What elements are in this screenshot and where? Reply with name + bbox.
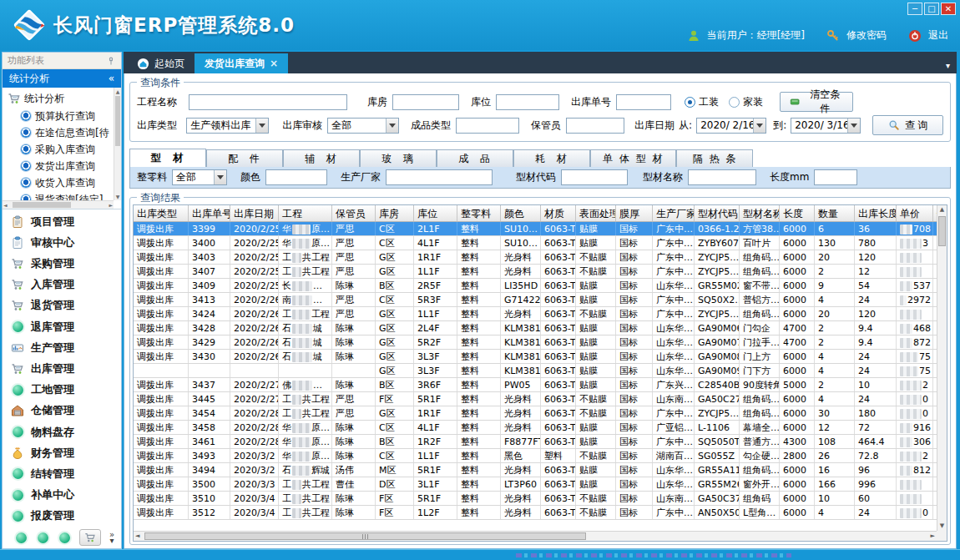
tree-item[interactable]: 收货入库查询 <box>8 174 114 191</box>
tree-item[interactable]: 预算执行查询 <box>8 108 114 124</box>
maker-input[interactable] <box>386 169 493 185</box>
radio-workwear[interactable] <box>685 97 695 108</box>
search-button[interactable]: 查 询 <box>872 115 943 135</box>
collapse-icon[interactable]: « <box>109 73 114 84</box>
tree-root-statistics[interactable]: 统计分析 <box>8 89 114 108</box>
tab-close-icon[interactable]: × <box>270 58 278 69</box>
table-row[interactable]: 调拨出库34582020/2/28华原…陈琳C区4L1F整料光身料6063-T5… <box>134 421 937 435</box>
column-header[interactable]: 库房 <box>376 205 414 221</box>
table-row[interactable]: 调拨出库34302020/2/26石城陈琳G区3L3F整料KLM38176063… <box>134 350 937 364</box>
tab-shipping-outbound-query[interactable]: 发货出库查询 × <box>195 53 288 73</box>
material-tab-5[interactable]: 成 品 <box>437 149 513 167</box>
tab-overflow-icon[interactable]: ▾ <box>946 61 957 73</box>
material-tab-8[interactable]: 隔 热 条 <box>676 149 753 167</box>
material-tab-1[interactable]: 型 材 <box>129 149 206 167</box>
column-header[interactable]: 出库类型 <box>134 205 189 221</box>
date-to-picker[interactable]: 2020/ 3/16 <box>791 118 861 134</box>
cart-shortcut-button[interactable] <box>79 529 101 546</box>
table-row[interactable]: 调拨出库34932020/3/2华原…陈琳C区1L1F整料黑色塑料不贴膜国标湖南… <box>134 449 937 463</box>
column-header[interactable]: 膜厚 <box>616 205 653 221</box>
column-header[interactable]: 保管员 <box>332 205 376 221</box>
sidebar-item-出库管理[interactable]: 出库管理 <box>3 359 121 380</box>
sidebar-item-报废管理[interactable]: 报废管理 <box>3 506 121 527</box>
close-button[interactable]: ✕ <box>941 3 956 15</box>
order-no-input[interactable] <box>616 94 671 110</box>
sidebar-item-采购管理[interactable]: 采购管理 <box>3 254 121 275</box>
audit-combo[interactable]: 全部 <box>327 118 399 134</box>
tree-item[interactable]: 发货出库查询 <box>8 158 114 174</box>
keeper-input[interactable] <box>566 118 624 134</box>
project-name-input[interactable] <box>189 94 347 110</box>
column-header[interactable]: 型材名称 <box>740 205 780 221</box>
profile-code-input[interactable] <box>561 169 628 185</box>
location-input[interactable] <box>496 94 559 110</box>
table-row[interactable]: 调拨出库34072020/2/25工共工程严思G区1L1F整料光身料6063-T… <box>134 265 937 279</box>
table-row[interactable]: 调拨出库34292020/2/26石城陈琳G区5R2F整料KLM38176063… <box>134 335 937 350</box>
sidebar-item-审核中心[interactable]: 审核中心 <box>3 232 121 253</box>
table-row[interactable]: 调拨出库34132020/2/26南…严思C区5R3F整料G714226063-… <box>134 293 937 307</box>
column-header[interactable]: 颜色 <box>501 205 541 221</box>
column-header[interactable]: 出库日期 <box>230 205 279 221</box>
column-header[interactable]: 数量 <box>815 205 855 221</box>
table-row[interactable]: 调拨出库34032020/2/25工共工程严思G区1R1F整料光身料6063-T… <box>134 250 937 265</box>
table-row[interactable]: 调拨出库35122020/3/4工共工程陈琳F区1L2F整料光身料6063-T5… <box>134 506 937 520</box>
pin-icon[interactable] <box>106 56 116 66</box>
sidebar-item-入库管理[interactable]: 入库管理 <box>3 275 121 295</box>
profile-name-input[interactable] <box>688 169 756 185</box>
column-header[interactable]: 长度 <box>780 205 815 221</box>
sidebar-item-退货管理[interactable]: 退货管理 <box>3 295 121 316</box>
section-header-statistics[interactable]: 统计分析 « <box>3 69 121 88</box>
column-header[interactable]: 出库长度 <box>855 205 897 221</box>
table-row[interactable]: 调拨出库34002020/2/25华原…严思C区4L1F整料SU10…6063-… <box>134 236 937 250</box>
date-from-picker[interactable]: 2020/ 2/16 <box>696 118 766 134</box>
sidebar-item-补单中心[interactable]: 补单中心 <box>3 485 121 506</box>
more-menus-button[interactable]: »▾ <box>109 532 114 543</box>
sidebar-item-生产管理[interactable]: 生产管理 <box>3 337 121 358</box>
sidebar-item-工地管理[interactable]: 工地管理 <box>3 380 121 401</box>
product-type-input[interactable] <box>456 118 519 134</box>
tree-vertical-scrollbar[interactable]: ▲▼ <box>114 88 121 200</box>
table-horizontal-scrollbar[interactable]: ◄ ► <box>134 531 937 541</box>
radio-home-decoration[interactable] <box>729 97 740 108</box>
color-input[interactable] <box>265 169 327 185</box>
warehouse-input[interactable] <box>392 94 459 110</box>
table-row[interactable]: 调拨出库34092020/2/25长…陈琳B区2R5F整料LI35HD6063-… <box>134 279 937 293</box>
dot-icon[interactable] <box>16 532 27 543</box>
sidebar-item-财务管理[interactable]: 财务管理 <box>3 442 121 463</box>
tree-item[interactable]: 在途信息查询[待 <box>8 124 114 141</box>
table-row[interactable]: 调拨出库34242020/2/26工工程严思G区1L1F整料光身料6063-T5… <box>134 307 937 321</box>
material-tab-2[interactable]: 配 件 <box>206 149 283 167</box>
table-row[interactable]: 调拨出库34612020/2/28华原…陈琳B区1R2F整料F8877FT606… <box>134 435 937 449</box>
material-tab-6[interactable]: 耗 材 <box>513 149 590 167</box>
column-header[interactable]: 出库单号 <box>189 205 230 221</box>
table-row[interactable]: 调拨出库35002020/3/3工共工程曹佳D区3L1F整料LT3P606063… <box>134 477 937 492</box>
table-row[interactable]: 调拨出库35102020/3/4工共工程陈琳F区5R1F整料光身料6063-T5… <box>134 492 937 506</box>
table-row[interactable]: 调拨出库34452020/2/27工共工程严思F区5R1F整料光身料6063-T… <box>134 392 937 406</box>
sidebar-item-项目管理[interactable]: 项目管理 <box>3 211 121 232</box>
column-header[interactable]: 材质 <box>541 205 576 221</box>
column-header[interactable]: 表面处理 <box>576 205 616 221</box>
dot-icon[interactable] <box>59 532 70 543</box>
table-row[interactable]: 调拨出库34372020/2/27佛…陈琳B区3R6F整料PW056063-T5… <box>134 378 937 392</box>
table-vertical-scrollbar[interactable]: ▲▼ <box>937 205 947 531</box>
clear-conditions-button[interactable]: 清空条件 <box>780 92 853 112</box>
sidebar-item-仓储管理[interactable]: 仓储管理 <box>3 401 121 421</box>
material-tab-7[interactable]: 单 体 型 材 <box>590 149 676 167</box>
column-header[interactable]: 库位 <box>414 205 457 221</box>
minimize-button[interactable]: ─ <box>907 3 922 15</box>
column-header[interactable]: 整零料 <box>457 205 501 221</box>
material-tab-4[interactable]: 玻 璃 <box>360 149 437 167</box>
tree-horizontal-scrollbar[interactable]: ◄► <box>3 200 114 209</box>
table-row[interactable]: 调拨出库34542020/2/28工共工程严思G区1R1F整料光身料6063-T… <box>134 406 937 421</box>
tab-home[interactable]: 起始页 <box>127 53 195 73</box>
radio-home-label[interactable]: 家装 <box>743 95 763 109</box>
maximize-button[interactable]: □ <box>924 3 939 15</box>
sidebar-item-物料盘存[interactable]: 物料盘存 <box>3 421 121 442</box>
column-header[interactable]: 型材代码 <box>695 205 740 221</box>
table-row[interactable]: 调拨出库34942020/3/2石辉城汤伟M区5R1F整料光身料6063-T5贴… <box>134 463 937 477</box>
tree-item[interactable]: 退货查询[待定] <box>8 191 114 200</box>
sidebar-item-退库管理[interactable]: 退库管理 <box>3 316 121 337</box>
whole-part-combo[interactable]: 全部 <box>172 169 227 185</box>
out-type-combo[interactable]: 生产领料出库 <box>186 118 269 134</box>
radio-workwear-label[interactable]: 工装 <box>699 95 719 109</box>
